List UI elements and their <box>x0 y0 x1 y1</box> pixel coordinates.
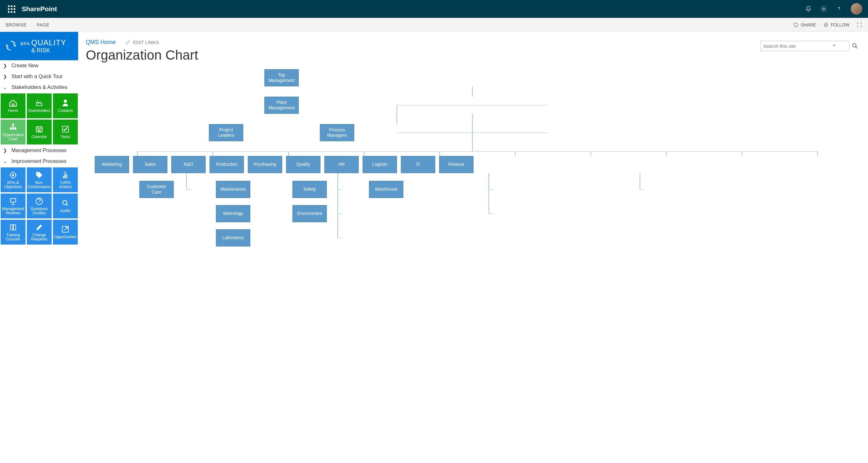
tile-label: Non-Conformance <box>28 181 51 189</box>
org-node-it[interactable]: IT <box>401 156 435 173</box>
site-title-line3: & RISK <box>21 47 66 54</box>
search-scope-dropdown-icon[interactable] <box>832 43 836 49</box>
org-node-production[interactable]: Production <box>210 156 244 173</box>
tile-non-conformance[interactable]: Non-Conformance <box>27 167 52 192</box>
book-icon <box>8 223 18 232</box>
search-icon[interactable] <box>851 42 859 50</box>
tile-questions-audits-[interactable]: Questions (Audits) <box>27 193 52 218</box>
chevron-down-icon: ⌄ <box>3 159 8 164</box>
org-node-metro[interactable]: Metrology <box>216 205 250 222</box>
user-avatar[interactable] <box>851 3 862 15</box>
tile-label: Stakeholders <box>28 109 51 113</box>
waffle-icon <box>8 5 15 13</box>
tile-capa-actions[interactable]: CAPA Actions <box>53 167 78 192</box>
org-node-logistic[interactable]: Logistic <box>363 156 397 173</box>
svg-point-13 <box>64 172 66 173</box>
org-node-projlead[interactable]: Project Leaders <box>209 124 243 141</box>
focus-content-button[interactable] <box>857 22 862 28</box>
tile-label: Home <box>8 109 18 113</box>
chevron-right-icon: ❯ <box>3 74 8 79</box>
nav-management-processes[interactable]: ❯ Management Processes <box>0 145 78 156</box>
org-node-safety[interactable]: Safety <box>292 181 327 198</box>
nav-stakeholders-activities[interactable]: ⌄ Stakeholders & Activities <box>0 82 78 93</box>
sharepoint-brand-label: SharePoint <box>22 5 57 13</box>
svg-point-16 <box>63 200 67 205</box>
tile-stakeholders[interactable]: Stakeholders <box>27 93 52 118</box>
tile-audits[interactable]: Audits <box>53 193 78 218</box>
search-input[interactable] <box>760 41 849 51</box>
org-node-sales[interactable]: Sales <box>133 156 167 173</box>
ribbon-tab-page[interactable]: PAGE <box>37 22 50 27</box>
tile-label: KPIs & Objectives <box>2 181 24 189</box>
nav-create-new[interactable]: ❯ Create New <box>0 60 78 71</box>
notifications-icon[interactable] <box>805 5 812 12</box>
share-label: SHARE <box>801 22 816 27</box>
edit-links-button[interactable]: EDIT LINKS <box>125 39 159 45</box>
suite-bar: SharePoint <box>0 0 868 18</box>
org-node-procmgr[interactable]: Process Managers <box>320 124 354 141</box>
tile-training-courses[interactable]: Training Courses <box>1 220 26 245</box>
org-node-plant[interactable]: Plant Management <box>265 97 299 114</box>
site-title-block[interactable]: BPA QUALITY & RISK <box>0 32 78 60</box>
app-launcher-button[interactable] <box>4 1 19 17</box>
org-node-env[interactable]: Environment <box>292 205 327 222</box>
breadcrumb-qms-home[interactable]: QMS Home <box>86 39 116 45</box>
tile-organization-chart[interactable]: Organization Chart <box>1 120 26 145</box>
target-icon <box>8 171 18 180</box>
person-icon <box>61 98 70 107</box>
calendar-icon: 31 <box>34 125 44 133</box>
org-node-custcare[interactable]: Customer Care <box>140 181 174 198</box>
home-icon <box>8 98 18 107</box>
check-icon <box>61 125 70 133</box>
settings-gear-icon[interactable] <box>820 5 827 12</box>
tiles-improvement: KPIs & ObjectivesNon-ConformanceCAPA Act… <box>0 167 78 245</box>
nav-stakeholders-label: Stakeholders & Activities <box>11 85 67 90</box>
ribbon-row: BROWSE PAGE SHARE FOLLOW <box>0 18 868 32</box>
link-icon <box>61 225 70 234</box>
ribbon-tab-browse[interactable]: BROWSE <box>6 22 27 27</box>
nav-management-label: Management Processes <box>11 148 67 153</box>
nav-quick-tour-label: Start with a Quick Tour <box>11 74 63 80</box>
org-node-rd[interactable]: R&D <box>171 156 206 173</box>
tile-label: CAPA Actions <box>54 181 76 189</box>
hand-icon <box>61 171 70 180</box>
tile-kpis-objectives[interactable]: KPIs & Objectives <box>1 167 26 192</box>
org-node-purchasing[interactable]: Purchasing <box>248 156 282 173</box>
follow-button[interactable]: FOLLOW <box>823 22 849 28</box>
org-node-maint[interactable]: Maintenance <box>216 181 250 198</box>
svg-point-12 <box>37 173 38 174</box>
left-navigation: BPA QUALITY & RISK ❯ Create New ❯ Start … <box>0 32 78 255</box>
tile-label: Opportunities <box>54 235 76 239</box>
help-icon[interactable] <box>835 5 842 12</box>
tile-contacts[interactable]: Contacts <box>53 93 78 118</box>
svg-point-6 <box>15 128 17 130</box>
tile-label: Organization Chart <box>2 133 24 141</box>
nav-improvement-processes[interactable]: ⌄ Improvement Processes <box>0 156 78 167</box>
tile-label: Contacts <box>58 109 73 113</box>
nav-improvement-label: Improvement Processes <box>11 158 67 164</box>
org-node-wh[interactable]: Warehouse <box>369 181 403 198</box>
org-node-top[interactable]: Top Management <box>265 69 299 86</box>
tile-home[interactable]: Home <box>1 93 26 118</box>
org-node-quality[interactable]: Quality <box>286 156 320 173</box>
org-node-hr[interactable]: HR <box>324 156 359 173</box>
tile-tasks[interactable]: Tasks <box>53 120 78 145</box>
tile-label: Calendar <box>32 135 47 139</box>
share-button[interactable]: SHARE <box>793 22 816 28</box>
org-node-finance[interactable]: Finance <box>439 156 473 173</box>
svg-point-11 <box>12 174 14 176</box>
tile-calendar[interactable]: 31Calendar <box>27 120 52 145</box>
chevron-right-icon: ❯ <box>3 63 8 68</box>
org-node-marketing[interactable]: Marketing <box>95 156 129 173</box>
star-icon <box>823 22 829 28</box>
tile-opportunities[interactable]: Opportunities <box>53 220 78 245</box>
org-node-lab[interactable]: Laboratory <box>216 229 250 246</box>
board-icon <box>8 197 18 206</box>
page-title: Organization Chart <box>86 48 860 63</box>
tile-change-requests[interactable]: Change Requests <box>27 220 52 245</box>
svg-point-3 <box>12 124 14 126</box>
tile-management-reviews[interactable]: Management Reviews <box>1 193 26 218</box>
nav-quick-tour[interactable]: ❯ Start with a Quick Tour <box>0 71 78 82</box>
search-wrapper <box>760 41 859 51</box>
svg-point-1 <box>853 44 856 47</box>
